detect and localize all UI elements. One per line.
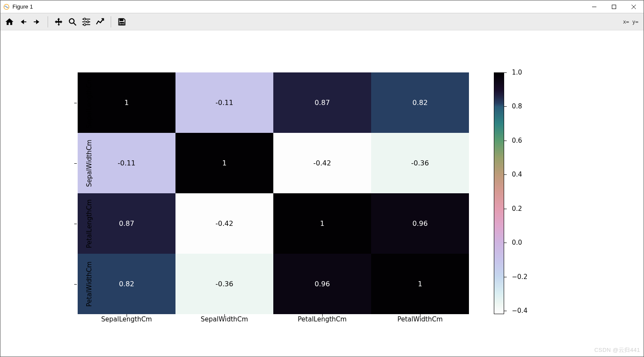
y-tick-label: SepalLengthCm bbox=[64, 72, 115, 133]
x-axis-labels: SepalLengthCmSepalWidthCmPetalLengthCmPe… bbox=[78, 315, 469, 323]
colorbar-tick-label: −0.4 bbox=[512, 307, 527, 315]
y-axis-labels: SepalLengthCmSepalWidthCmPetalLengthCmPe… bbox=[64, 72, 77, 314]
heatmap-axes: 1-0.110.870.82-0.111-0.42-0.360.87-0.421… bbox=[78, 72, 469, 314]
zoom-button[interactable] bbox=[66, 15, 79, 28]
window-title: Figure 1 bbox=[12, 3, 33, 10]
colorbar-tick-label: −0.2 bbox=[512, 273, 527, 281]
heatmap-cell: -0.36 bbox=[371, 133, 469, 193]
svg-point-13 bbox=[87, 21, 89, 23]
colorbar-tick-label: 0.4 bbox=[512, 171, 522, 178]
svg-point-12 bbox=[84, 18, 86, 20]
heatmap-cell: 0.96 bbox=[273, 254, 371, 314]
watermark: CSDN @云归441 bbox=[594, 346, 640, 354]
pan-button[interactable] bbox=[52, 15, 65, 28]
y-tick-label: PetalWidthCm bbox=[64, 254, 115, 314]
colorbar bbox=[494, 72, 504, 314]
y-tick-label: SepalWidthCm bbox=[64, 133, 115, 193]
colorbar-tick-label: 1.0 bbox=[512, 69, 522, 76]
colorbar-tick-label: 0.6 bbox=[512, 137, 522, 144]
window-controls bbox=[584, 0, 644, 13]
colorbar-tick-label: 0.2 bbox=[512, 205, 522, 213]
titlebar: Figure 1 bbox=[0, 0, 644, 13]
toolbar-separator bbox=[111, 16, 111, 27]
forward-button[interactable] bbox=[30, 15, 43, 28]
heatmap-cell: 0.96 bbox=[371, 193, 469, 254]
home-button[interactable] bbox=[3, 15, 16, 28]
app-window: Figure 1 x= y= 1-0.110.870.82-0.111-0 bbox=[0, 0, 644, 357]
colorbar-tick-label: 0.0 bbox=[512, 239, 522, 246]
heatmap-cell: 1 bbox=[175, 133, 273, 193]
toolbar: x= y= bbox=[0, 13, 644, 30]
svg-rect-6 bbox=[34, 21, 36, 22]
svg-rect-2 bbox=[612, 5, 616, 9]
svg-rect-5 bbox=[24, 21, 27, 22]
heatmap-grid: 1-0.110.870.82-0.111-0.42-0.360.87-0.421… bbox=[78, 72, 469, 314]
heatmap-cell: 1 bbox=[371, 254, 469, 314]
heatmap-cell: 1 bbox=[273, 193, 371, 254]
svg-point-14 bbox=[84, 24, 86, 26]
maximize-button[interactable] bbox=[604, 0, 624, 13]
heatmap-cell: -0.42 bbox=[175, 193, 273, 254]
back-button[interactable] bbox=[17, 15, 30, 28]
heatmap-cell: 0.87 bbox=[273, 72, 371, 133]
app-icon bbox=[3, 3, 10, 10]
svg-line-8 bbox=[74, 23, 76, 25]
svg-rect-15 bbox=[120, 18, 123, 21]
svg-point-7 bbox=[70, 18, 74, 23]
save-button[interactable] bbox=[115, 15, 128, 28]
edit-axis-button[interactable] bbox=[94, 15, 106, 28]
heatmap-cell: -0.42 bbox=[273, 133, 371, 193]
cursor-coordinates: x= y= bbox=[623, 19, 638, 25]
configure-subplots-button[interactable] bbox=[80, 15, 93, 28]
heatmap-cell: 0.82 bbox=[371, 72, 469, 133]
y-tick-label: PetalLengthCm bbox=[64, 193, 115, 254]
toolbar-separator bbox=[48, 16, 48, 27]
close-button[interactable] bbox=[624, 0, 644, 13]
plot-canvas[interactable]: 1-0.110.870.82-0.111-0.42-0.360.87-0.421… bbox=[0, 30, 644, 357]
heatmap-cell: -0.11 bbox=[175, 72, 273, 133]
heatmap-cell: -0.36 bbox=[175, 254, 273, 314]
colorbar-tick-label: 0.8 bbox=[512, 102, 522, 110]
minimize-button[interactable] bbox=[584, 0, 604, 13]
